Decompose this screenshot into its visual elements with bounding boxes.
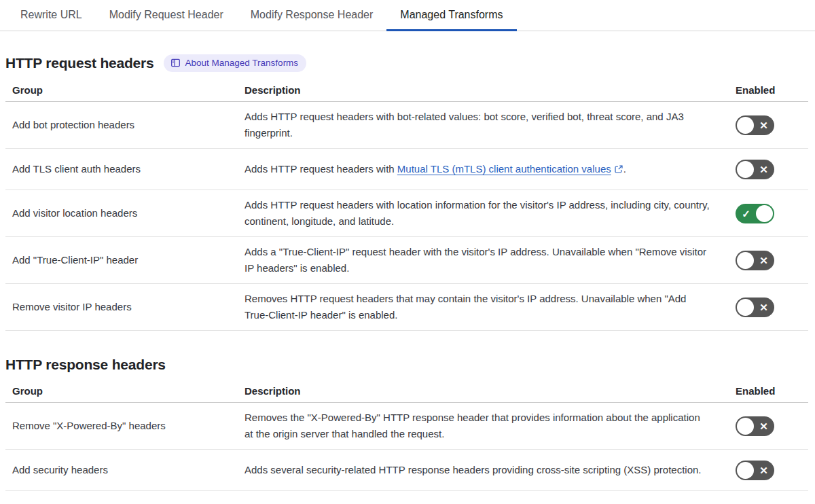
table-row: Add security headers Adds several securi… [5, 450, 808, 491]
x-icon: ✕ [754, 160, 774, 179]
table-header-row: Group Description Enabled [5, 382, 808, 403]
x-icon: ✕ [754, 251, 774, 270]
response-headers-table: Group Description Enabled Remove "X-Powe… [5, 382, 808, 491]
column-header-description: Description [244, 84, 730, 96]
toggle-knob [737, 418, 754, 435]
row-description: Removes the "X-Powered-By" HTTP response… [244, 403, 730, 449]
toggle-add-tls-client-auth-headers[interactable]: ✓ ✕ [736, 160, 774, 179]
link-label: Mutual TLS (mTLS) client authentication … [397, 163, 611, 175]
x-icon: ✕ [754, 115, 774, 135]
table-header-row: Group Description Enabled [5, 81, 808, 102]
row-group-label: Add "True-Client-IP" header [5, 245, 244, 275]
table-row: Remove "X-Powered-By" headers Removes th… [5, 403, 808, 450]
column-header-enabled: Enabled [730, 84, 808, 96]
toggle-add-security-headers[interactable]: ✓ ✕ [736, 461, 774, 480]
table-row: Add TLS client auth headers Adds HTTP re… [5, 149, 808, 190]
toggle-add-visitor-location-headers[interactable]: ✓ ✕ [736, 204, 774, 223]
row-group-label: Add security headers [5, 455, 244, 485]
badge-label: About Managed Transforms [185, 58, 299, 68]
request-headers-title: HTTP request headers [5, 55, 154, 71]
row-group-label: Remove "X-Powered-By" headers [5, 411, 244, 441]
x-icon: ✕ [754, 298, 774, 317]
row-description: Adds a "True-Client-IP" request header w… [244, 237, 730, 283]
toggle-add-true-client-ip-header[interactable]: ✓ ✕ [736, 251, 774, 270]
row-description: Adds several security-related HTTP respo… [244, 455, 730, 485]
toggle-knob [756, 205, 773, 222]
description-text: . [623, 163, 626, 175]
about-managed-transforms-badge[interactable]: About Managed Transforms [164, 54, 307, 72]
x-icon: ✕ [754, 416, 774, 436]
tab-modify-response-header[interactable]: Modify Response Header [237, 0, 387, 31]
table-row: Add "True-Client-IP" header Adds a "True… [5, 237, 808, 284]
request-headers-table: Group Description Enabled Add bot protec… [5, 81, 808, 331]
column-header-description: Description [244, 385, 730, 397]
transform-rules-tabbar: Rewrite URL Modify Request Header Modify… [0, 0, 815, 31]
toggle-knob [737, 299, 754, 316]
toggle-remove-x-powered-by-headers[interactable]: ✓ ✕ [736, 416, 774, 436]
mtls-docs-link[interactable]: Mutual TLS (mTLS) client authentication … [397, 163, 623, 175]
row-group-label: Add visitor location headers [5, 198, 244, 228]
row-group-label: Add bot protection headers [5, 110, 244, 140]
x-icon: ✕ [754, 461, 774, 480]
description-text: Adds HTTP request headers with [244, 163, 397, 175]
response-headers-title: HTTP response headers [5, 357, 166, 373]
tab-managed-transforms[interactable]: Managed Transforms [386, 0, 516, 31]
managed-transforms-panel: HTTP request headers About Managed Trans… [0, 54, 815, 501]
check-icon: ✓ [736, 204, 756, 223]
tab-rewrite-url[interactable]: Rewrite URL [7, 0, 96, 31]
table-row: Remove visitor IP headers Removes HTTP r… [5, 284, 808, 331]
toggle-knob [737, 161, 754, 178]
column-header-group: Group [5, 385, 244, 397]
tab-modify-request-header[interactable]: Modify Request Header [96, 0, 237, 31]
external-link-icon [611, 163, 623, 175]
toggle-remove-visitor-ip-headers[interactable]: ✓ ✕ [736, 298, 774, 317]
row-description: Adds HTTP request headers with Mutual TL… [244, 154, 730, 184]
row-description: Removes HTTP request headers that may co… [244, 284, 730, 330]
book-icon [170, 58, 181, 68]
row-group-label: Add TLS client auth headers [5, 154, 244, 184]
column-header-enabled: Enabled [730, 385, 808, 397]
row-description: Adds HTTP request headers with location … [244, 190, 730, 236]
toggle-add-bot-protection-headers[interactable]: ✓ ✕ [736, 115, 774, 135]
column-header-group: Group [5, 84, 244, 96]
row-group-label: Remove visitor IP headers [5, 292, 244, 322]
table-row: Add visitor location headers Adds HTTP r… [5, 190, 808, 237]
toggle-knob [737, 117, 754, 134]
row-description: Adds HTTP request headers with bot-relat… [244, 102, 730, 148]
toggle-knob [737, 252, 754, 269]
table-row: Add bot protection headers Adds HTTP req… [5, 102, 808, 149]
toggle-knob [737, 462, 754, 479]
